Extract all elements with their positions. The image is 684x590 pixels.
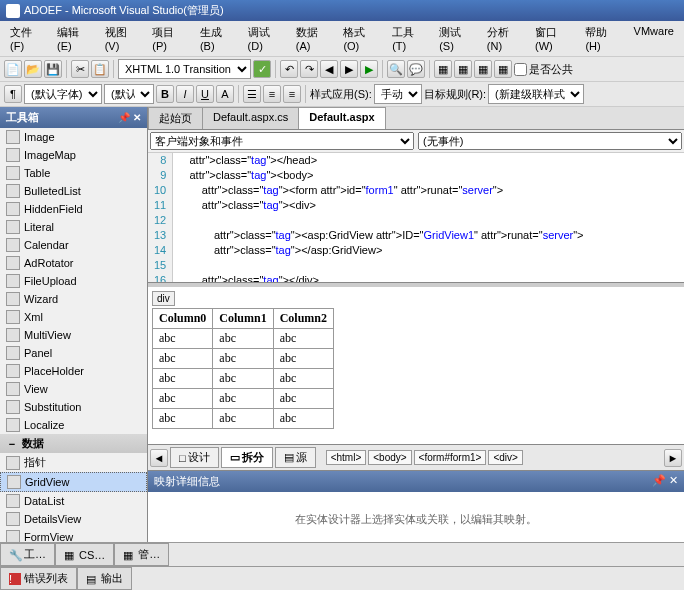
toolbox-item-literal[interactable]: Literal <box>0 218 147 236</box>
toolbox-item-detailsview[interactable]: DetailsView <box>0 510 147 528</box>
toolbox-item-imagemap[interactable]: ImageMap <box>0 146 147 164</box>
save-button[interactable]: 💾 <box>44 60 62 78</box>
code-content[interactable]: attr">class="tag"></head> attr">class="t… <box>173 153 587 282</box>
footer-tab[interactable]: 🔧工… <box>0 543 55 566</box>
toolbox-item-placeholder[interactable]: PlaceHolder <box>0 362 147 380</box>
toolbox-item-calendar[interactable]: Calendar <box>0 236 147 254</box>
list-button[interactable]: ≡ <box>263 85 281 103</box>
italic-button[interactable]: I <box>176 85 194 103</box>
style-apply-select[interactable]: 手动 <box>374 84 422 104</box>
tb-button[interactable]: ▦ <box>434 60 452 78</box>
doctype-select[interactable]: XHTML 1.0 Transition <box>118 59 251 79</box>
toolbox-item-adrotator[interactable]: AdRotator <box>0 254 147 272</box>
menu-tools[interactable]: 工具(T) <box>386 23 431 54</box>
font-select[interactable]: (默认字体) <box>24 84 102 104</box>
menu-vmware[interactable]: VMware <box>628 23 680 54</box>
menu-test[interactable]: 测试(S) <box>433 23 479 54</box>
toolbox-item-gridview[interactable]: GridView <box>0 472 147 492</box>
color-button[interactable]: A <box>216 85 234 103</box>
menu-data[interactable]: 数据(A) <box>290 23 336 54</box>
undo-button[interactable]: ↶ <box>280 60 298 78</box>
events-select[interactable]: (无事件) <box>418 132 682 150</box>
toolbox-item-datalist[interactable]: DataList <box>0 492 147 510</box>
toolbox-item-substitution[interactable]: Substitution <box>0 398 147 416</box>
toolbox-item-bulletedlist[interactable]: BulletedList <box>0 182 147 200</box>
menu-debug[interactable]: 调试(D) <box>242 23 288 54</box>
div-chip[interactable]: div <box>152 291 175 306</box>
pin-icon[interactable]: 📌 ✕ <box>118 112 141 123</box>
cut-button[interactable]: ✂ <box>71 60 89 78</box>
toolbox-item-指针[interactable]: 指针 <box>0 453 147 472</box>
nav-back-button[interactable]: ◀ <box>320 60 338 78</box>
menu-help[interactable]: 帮助(H) <box>579 23 625 54</box>
breadcrumb-html[interactable]: <html> <box>326 450 367 465</box>
menu-project[interactable]: 项目(P) <box>146 23 192 54</box>
output-tab[interactable]: ▤输出 <box>77 567 132 590</box>
view-design[interactable]: □ 设计 <box>170 447 219 468</box>
view-source[interactable]: ▤ 源 <box>275 447 316 468</box>
expand-right-button[interactable]: ► <box>664 449 682 467</box>
toolbox-item-wizard[interactable]: Wizard <box>0 290 147 308</box>
breadcrumb-body[interactable]: <body> <box>368 450 411 465</box>
menu-file[interactable]: 文件(F) <box>4 23 49 54</box>
menu-build[interactable]: 生成(B) <box>194 23 240 54</box>
menu-view[interactable]: 视图(V) <box>99 23 145 54</box>
control-icon <box>6 166 20 180</box>
code-editor[interactable]: 891011121314151617181920 attr">class="ta… <box>148 153 684 283</box>
expand-left-button[interactable]: ◄ <box>150 449 168 467</box>
gridview-preview[interactable]: Column0Column1Column2abcabcabcabcabcabca… <box>152 308 334 429</box>
footer-tab[interactable]: ▦管… <box>114 543 169 566</box>
find-button[interactable]: 🔍 <box>387 60 405 78</box>
nav-fwd-button[interactable]: ▶ <box>340 60 358 78</box>
menu-edit[interactable]: 编辑(E) <box>51 23 97 54</box>
new-button[interactable]: 📄 <box>4 60 22 78</box>
size-select[interactable]: (默认; <box>104 84 154 104</box>
align-left-button[interactable]: ☰ <box>243 85 261 103</box>
toolbox-section-data[interactable]: 数据 <box>0 434 147 453</box>
toolbox-item-formview[interactable]: FormView <box>0 528 147 542</box>
bold-button[interactable]: B <box>156 85 174 103</box>
toolbox-item-multiview[interactable]: MultiView <box>0 326 147 344</box>
copy-button[interactable]: 📋 <box>91 60 109 78</box>
menu-analyze[interactable]: 分析(N) <box>481 23 527 54</box>
validate-button[interactable]: ✓ <box>253 60 271 78</box>
designer-surface[interactable]: div Column0Column1Column2abcabcabcabcabc… <box>148 287 684 444</box>
tab-codebehind[interactable]: Default.aspx.cs <box>202 107 299 129</box>
toolbox-list[interactable]: ImageImageMapTableBulletedListHiddenFiel… <box>0 128 147 542</box>
footer-tab[interactable]: ▦CS… <box>55 543 114 566</box>
title-bar: ADOEF - Microsoft Visual Studio(管理员) <box>0 0 684 21</box>
comment-button[interactable]: 💬 <box>407 60 425 78</box>
target-rules-select[interactable]: (新建级联样式 <box>488 84 584 104</box>
error-list-tab[interactable]: !错误列表 <box>0 567 77 590</box>
tb-button[interactable]: ▦ <box>474 60 492 78</box>
tab-start[interactable]: 起始页 <box>148 107 203 129</box>
toolbox-item-view[interactable]: View <box>0 380 147 398</box>
tab-aspx[interactable]: Default.aspx <box>298 107 385 129</box>
open-button[interactable]: 📂 <box>24 60 42 78</box>
list-button[interactable]: ≡ <box>283 85 301 103</box>
toolbox-item-hiddenfield[interactable]: HiddenField <box>0 200 147 218</box>
menu-format[interactable]: 格式(O) <box>337 23 384 54</box>
menu-window[interactable]: 窗口(W) <box>529 23 577 54</box>
client-objects-select[interactable]: 客户端对象和事件 <box>150 132 414 150</box>
close-icon[interactable]: 📌 ✕ <box>652 474 678 489</box>
tb-button[interactable]: ▦ <box>494 60 512 78</box>
toolbox-item-image[interactable]: Image <box>0 128 147 146</box>
para-button[interactable]: ¶ <box>4 85 22 103</box>
breadcrumb-form[interactable]: <form#form1> <box>414 450 487 465</box>
toolbox-item-xml[interactable]: Xml <box>0 308 147 326</box>
redo-button[interactable]: ↷ <box>300 60 318 78</box>
toolbox-item-table[interactable]: Table <box>0 164 147 182</box>
public-checkbox[interactable]: 是否公共 <box>514 62 573 77</box>
toolbox-item-localize[interactable]: Localize <box>0 416 147 434</box>
view-split[interactable]: ▭ 拆分 <box>221 447 273 468</box>
run-button[interactable]: ▶ <box>360 60 378 78</box>
separator <box>275 60 276 78</box>
underline-button[interactable]: U <box>196 85 214 103</box>
breadcrumb-div[interactable]: <div> <box>488 450 522 465</box>
toolbox-item-fileupload[interactable]: FileUpload <box>0 272 147 290</box>
control-icon <box>6 202 20 216</box>
style-apply-label: 样式应用(S): <box>310 87 372 102</box>
tb-button[interactable]: ▦ <box>454 60 472 78</box>
toolbox-item-panel[interactable]: Panel <box>0 344 147 362</box>
